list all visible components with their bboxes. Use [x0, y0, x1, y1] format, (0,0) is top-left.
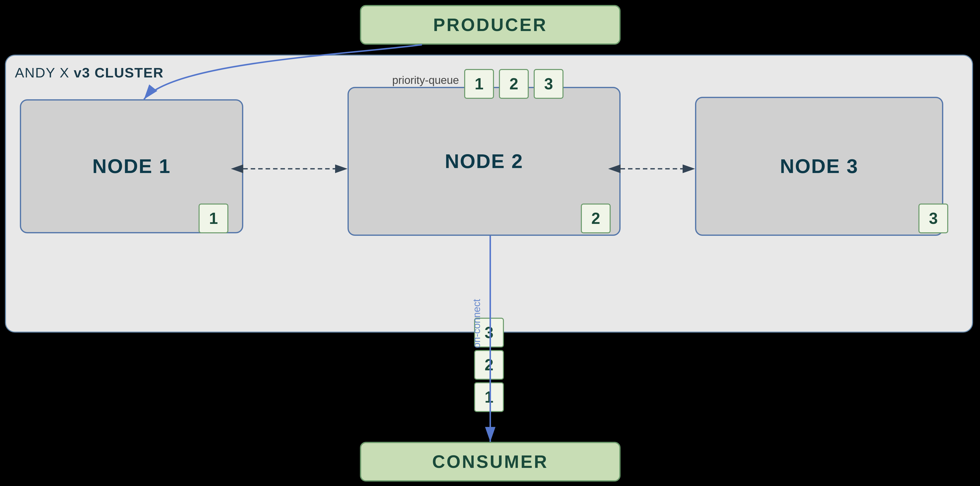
on-connect-label: on-connect: [471, 299, 482, 348]
node2-label: NODE 2: [445, 150, 523, 173]
priority-queue-label: priority-queue: [392, 74, 459, 86]
delivery-badge-1: 1: [474, 382, 504, 412]
delivery-badge-2: 2: [474, 350, 504, 380]
node2-badge: 2: [581, 203, 611, 233]
producer-label: PRODUCER: [433, 15, 547, 35]
node1-badge: 1: [199, 203, 228, 233]
node2-box: NODE 2: [347, 87, 620, 236]
node3-label: NODE 3: [780, 155, 858, 178]
node3-box: NODE 3: [695, 97, 943, 236]
diagram-container: PRODUCER ANDY X v3 CLUSTER NODE 1 NODE 2…: [0, 0, 980, 486]
node3-badge: 3: [918, 203, 948, 233]
pq-badge-3: 3: [534, 69, 563, 99]
consumer-label: CONSUMER: [432, 451, 548, 472]
pq-badge-2: 2: [499, 69, 529, 99]
consumer-box: CONSUMER: [360, 442, 620, 481]
pq-badge-1: 1: [464, 69, 494, 99]
node1-label: NODE 1: [92, 155, 171, 178]
producer-box: PRODUCER: [360, 5, 620, 44]
cluster-label: ANDY X v3 CLUSTER: [15, 65, 164, 81]
